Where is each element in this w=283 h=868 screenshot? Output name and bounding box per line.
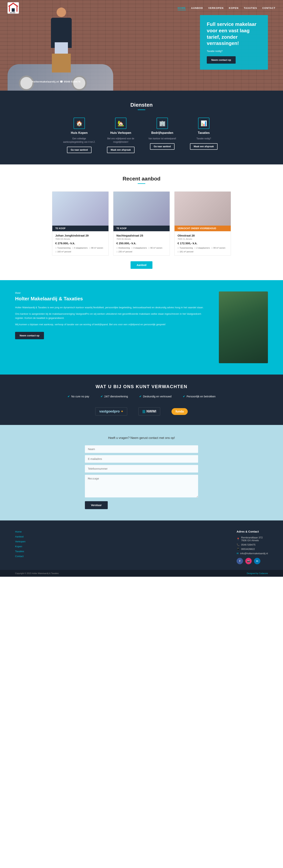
aanbod-card-1: Te koop Johan Jongkindstraat 29 7606 KD …	[52, 191, 109, 256]
over-image	[219, 291, 268, 363]
bedrijfspanden-icon: 🏢	[157, 118, 168, 129]
nav-contact[interactable]: CONTACT	[262, 7, 276, 9]
dienst-taxaties: 📊 Taxaties Taxatie nodig? Maak een afspr…	[187, 118, 221, 153]
svg-text:HOLTER: HOLTER	[10, 12, 15, 13]
detail-slaap-1: 4 slaapkamers	[72, 247, 88, 249]
over-contact-button[interactable]: Neem contact op	[15, 332, 44, 339]
detail-type-3: Tussenwoning	[178, 247, 193, 249]
detail-perceel-2: 235 m² perceel	[117, 250, 132, 253]
footer-social: f 📷 in	[237, 558, 268, 564]
detail-slaap-3: 2 slaapkamers	[194, 247, 210, 249]
verwachten-label-2: 24/7 dienstverlening	[104, 395, 128, 398]
vastgoedpro-label: vastgoedpro	[99, 409, 120, 413]
partner-nwwi: ||| NWWI	[138, 407, 160, 415]
detail-type-1: Tussenwoning	[55, 247, 70, 249]
footer-link-verkopen[interactable]: Verkopen	[15, 540, 26, 543]
diensten-underline	[138, 110, 145, 110]
phone-icon: 📞	[237, 543, 240, 546]
footer-phone2-text: 0653428822	[241, 548, 255, 551]
huis-verkopen-icon: 🏡	[115, 118, 126, 129]
nav-kopen[interactable]: KOPEN	[229, 7, 239, 9]
aanbod-img-2	[114, 192, 169, 225]
nav-verkopen[interactable]: VERKOPEN	[208, 7, 224, 9]
huis-verkopen-button[interactable]: Maak een afspraak	[107, 147, 135, 153]
check-icon-1: ✔	[67, 395, 70, 398]
taxaties-desc: Taxatie nodig?	[196, 137, 211, 140]
nwwi-label: NWWI	[147, 409, 156, 413]
nav-home[interactable]: HOME	[178, 7, 186, 10]
footer-contact-title: Adres & Contact	[237, 530, 268, 533]
nwwi-icon: |||	[143, 409, 145, 413]
aanbod-card-3: Verkocht onder voorbehoud Olmstraat 28 7…	[174, 191, 231, 256]
email-input[interactable]	[85, 455, 198, 463]
aanbod-name-3: Olmstraat 28	[178, 234, 228, 237]
aanbod-more-button[interactable]: Aanbod	[131, 261, 152, 269]
aanbod-location-2: 7605 BJ Almelo	[117, 238, 166, 240]
nav-links: HOME AANBOD VERKOPEN KOPEN TAXATIES CONT…	[178, 6, 276, 10]
aanbod-info-2: Nachtegaalstraat 25 7605 BJ Almelo € 250…	[114, 231, 169, 255]
detail-perceel-3: 181 m² perceel	[178, 250, 193, 253]
taxaties-button[interactable]: Maak een afspraak	[190, 143, 218, 150]
nav-taxaties[interactable]: TAXATIES	[244, 7, 257, 9]
detail-wonen-1: 98 m² wonen	[89, 247, 103, 249]
huis-kopen-button[interactable]: Ga naar aanbod	[67, 147, 92, 153]
over-person	[219, 291, 268, 363]
email-icon: ✉	[237, 552, 239, 555]
taxaties-title: Taxaties	[198, 131, 210, 134]
over-text-2: Ons kantoor is aangesloten bij de makela…	[15, 312, 208, 320]
footer-link-contact[interactable]: Contact	[15, 555, 24, 558]
naam-input[interactable]	[85, 445, 198, 453]
aanbod-location-3: 7605 CL Almelo	[178, 238, 228, 240]
aanbod-info-3: Olmstraat 28 7605 CL Almelo € 172.500,- …	[175, 231, 231, 255]
footer-link-taxaties[interactable]: Taxaties	[15, 550, 24, 553]
facebook-button[interactable]: f	[237, 558, 243, 564]
verwachten-item-4: ✔ Persoonlijk en betrokken	[183, 395, 216, 398]
message-textarea[interactable]	[85, 475, 198, 497]
aanbod-name-1: Johan Jongkindstraat 29	[55, 234, 105, 237]
footer-email-text: info@holtermakelaardij.nl	[240, 552, 268, 555]
nav-aanbod[interactable]: AANBOD	[191, 7, 203, 9]
footer-link-home[interactable]: Home	[15, 530, 22, 533]
designed-by-link[interactable]: Designed by Codacore	[247, 572, 268, 575]
funda-label: funda	[176, 410, 184, 413]
aanbod-grid: Te koop Johan Jongkindstraat 29 7606 KD …	[15, 191, 268, 256]
logo[interactable]: HOLTER	[7, 2, 19, 13]
verstuur-button[interactable]: Verstuur	[85, 501, 108, 509]
verwachten-label-4: Persoonlijk en betrokken	[187, 395, 216, 398]
hero-person	[49, 7, 73, 72]
mobile-icon: 📱	[237, 548, 240, 551]
copyright-text: Copyright © 2015 Holter Makelaardij & Ta…	[15, 572, 59, 575]
aanbod-location-1: 7606 KD Almelo	[55, 238, 105, 240]
check-icon-2: ✔	[100, 395, 103, 398]
aanbod-name-2: Nachtegaalstraat 25	[117, 234, 166, 237]
hero-taxatie: Taxatie nodig?	[207, 50, 261, 53]
navigation: HOLTER HOME AANBOD VERKOPEN KOPEN TAXATI…	[0, 0, 283, 16]
dienst-huis-verkopen: 🏡 Huis Verkopen Bel ons vrijblijvend voo…	[104, 118, 138, 153]
telefoon-input[interactable]	[85, 465, 198, 472]
verwachten-item-1: ✔ No cure no pay	[67, 395, 89, 398]
linkedin-button[interactable]: in	[254, 558, 260, 564]
instagram-button[interactable]: 📷	[245, 558, 252, 564]
footer-email: ✉ info@holtermakelaardij.nl	[237, 552, 268, 555]
hero-cta-box: Full service makelaar voor een vast laag…	[200, 15, 268, 70]
footer: Home Aanbod Verkopen Kopen Taxaties Cont…	[0, 521, 283, 570]
verwachten-section: WAT U BIJ ONS KUNT VERWACHTEN ✔ No cure …	[0, 375, 283, 425]
website-text: holtermakelaardij.nl ☎ 0546-539475	[32, 80, 81, 83]
aanbod-status-3: Verkocht onder voorbehoud	[175, 225, 231, 231]
verwachten-title: WAT U BIJ ONS KUNT VERWACHTEN	[15, 384, 268, 389]
recent-aanbod-section: Recent aanbod Te koop Johan Jongkindstra…	[0, 164, 283, 280]
hero-cta-button[interactable]: Neem contact op	[207, 56, 235, 64]
detail-perceel-1: 160 m² perceel	[55, 250, 71, 253]
svg-rect-1	[12, 8, 15, 12]
dienst-bedrijfspanden: 🏢 Bedrijfspanden Van kantoor tot winkelp…	[145, 118, 179, 153]
bedrijfspanden-desc: Van kantoor tot winkelpand!	[148, 137, 176, 140]
aanbod-img-3	[175, 192, 231, 225]
bedrijfspanden-button[interactable]: Ga naar aanbod	[150, 143, 175, 150]
diensten-grid: 🏠 Huis Kopen Een volledige aankoopbegele…	[7, 118, 276, 153]
partner-vastgoedpro: vastgoedpro ✦	[95, 407, 127, 415]
footer-link-kopen[interactable]: Kopen	[15, 545, 22, 548]
huis-kopen-icon: 🏠	[73, 118, 85, 129]
footer-link-aanbod[interactable]: Aanbod	[15, 535, 24, 538]
contact-form-section: Heeft u vragen? Neem gerust contact met …	[0, 425, 283, 521]
verwachten-list: ✔ No cure no pay ✔ 24/7 dienstverlening …	[15, 395, 268, 398]
